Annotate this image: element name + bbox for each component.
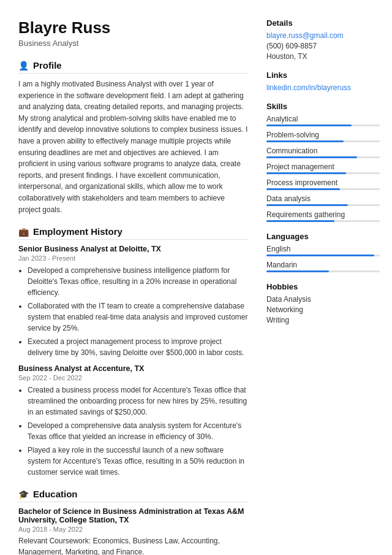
language-bar-fill (266, 255, 374, 256)
location: Houston, TX (266, 52, 380, 61)
hobby-item: Data Analysis (266, 295, 380, 304)
edu-coursework: Relevant Coursework: Economics, Business… (18, 535, 248, 555)
skill-bar-bg (266, 172, 380, 174)
skills-section: Skills AnalyticalProblem-solvingCommunic… (266, 102, 380, 222)
education-section-title: 🎓 Education (18, 489, 248, 502)
phone: (500) 609-8857 (266, 42, 380, 50)
name-heading: Blayre Russ (18, 18, 248, 37)
languages-section: Languages EnglishMandarin (266, 232, 380, 272)
language-item: Mandarin (266, 261, 380, 272)
job-title-line: Business Analyst at Accenture, TX (18, 364, 248, 373)
job-bullet: Developed a comprehensive data analysis … (28, 420, 248, 442)
education-section: 🎓 Education Bachelor of Science in Busin… (18, 489, 248, 555)
skill-label: Problem-solving (266, 131, 380, 139)
job-bullet: Played a key role in the successful laun… (28, 445, 248, 478)
job-item: Senior Business Analyst at Deloitte, TXJ… (18, 245, 248, 358)
hobby-item: Writing (266, 316, 380, 324)
employment-section: 💼 Employment History Senior Business Ana… (18, 226, 248, 478)
hobbies-title: Hobbies (266, 282, 380, 291)
skill-bar-bg (266, 156, 380, 158)
details-title: Details (266, 18, 380, 28)
skill-item: Data analysis (266, 194, 380, 206)
languages-title: Languages (266, 232, 380, 241)
education-icon: 🎓 (18, 489, 29, 499)
skill-label: Requirements gathering (266, 210, 380, 219)
skill-item: Process improvement (266, 178, 380, 190)
skill-bar-fill (266, 140, 344, 142)
skill-bar-fill (266, 204, 348, 206)
skill-item: Requirements gathering (266, 210, 380, 222)
language-bar-bg (266, 255, 380, 256)
hobby-item: Networking (266, 305, 380, 314)
details-section: Details blayre.russ@gmail.com (500) 609-… (266, 18, 380, 61)
skill-label: Project management (266, 163, 380, 171)
employment-section-title: 💼 Employment History (18, 226, 248, 240)
edu-degree: Bachelor of Science in Business Administ… (18, 507, 248, 524)
skill-label: Process improvement (266, 178, 380, 187)
skill-label: Analytical (266, 115, 380, 123)
job-bullet: Created a business process model for Acc… (28, 385, 248, 418)
skill-bar-fill (266, 172, 346, 174)
job-bullet: Executed a project management process to… (28, 336, 248, 358)
linkedin-link[interactable]: linkedin.com/in/blayreruss (266, 83, 380, 92)
job-title-heading: Business Analyst (18, 39, 248, 48)
job-date: Jan 2023 - Present (18, 255, 248, 262)
language-label: English (266, 245, 380, 253)
job-bullet: Collaborated with the IT team to create … (28, 300, 248, 334)
job-date: Sep 2022 - Dec 2022 (18, 374, 248, 381)
skill-label: Communication (266, 147, 380, 155)
job-item: Business Analyst at Accenture, TXSep 202… (18, 364, 248, 478)
hobbies-section: Hobbies Data AnalysisNetworkingWriting (266, 282, 380, 324)
profile-icon: 👤 (18, 61, 29, 71)
links-section: Links linkedin.com/in/blayreruss (266, 71, 380, 92)
employment-icon: 💼 (18, 227, 29, 237)
skill-bar-fill (266, 188, 340, 190)
skill-bar-fill (266, 220, 334, 222)
skill-bar-fill (266, 156, 357, 158)
skill-bar-bg (266, 124, 380, 126)
profile-text: I am a highly motivated Business Analyst… (18, 78, 248, 215)
job-bullet: Developed a comprehensive business intel… (28, 265, 248, 298)
skills-title: Skills (266, 102, 380, 111)
job-title-line: Senior Business Analyst at Deloitte, TX (18, 245, 248, 253)
skill-bar-bg (266, 220, 380, 222)
skill-bar-fill (266, 124, 352, 126)
edu-date: Aug 2018 - May 2022 (18, 526, 248, 533)
language-label: Mandarin (266, 261, 380, 269)
skill-bar-bg (266, 204, 380, 206)
profile-section-title: 👤 Profile (18, 60, 248, 74)
skill-label: Data analysis (266, 194, 380, 203)
language-bar-bg (266, 270, 380, 272)
skill-item: Project management (266, 163, 380, 174)
email[interactable]: blayre.russ@gmail.com (266, 31, 380, 40)
links-title: Links (266, 71, 380, 80)
skill-item: Communication (266, 147, 380, 158)
skill-bar-bg (266, 188, 380, 190)
skill-item: Problem-solving (266, 131, 380, 142)
skill-bar-bg (266, 140, 380, 142)
language-bar-fill (266, 270, 329, 272)
skill-item: Analytical (266, 115, 380, 126)
profile-section: 👤 Profile I am a highly motivated Busine… (18, 60, 248, 215)
language-item: English (266, 245, 380, 256)
